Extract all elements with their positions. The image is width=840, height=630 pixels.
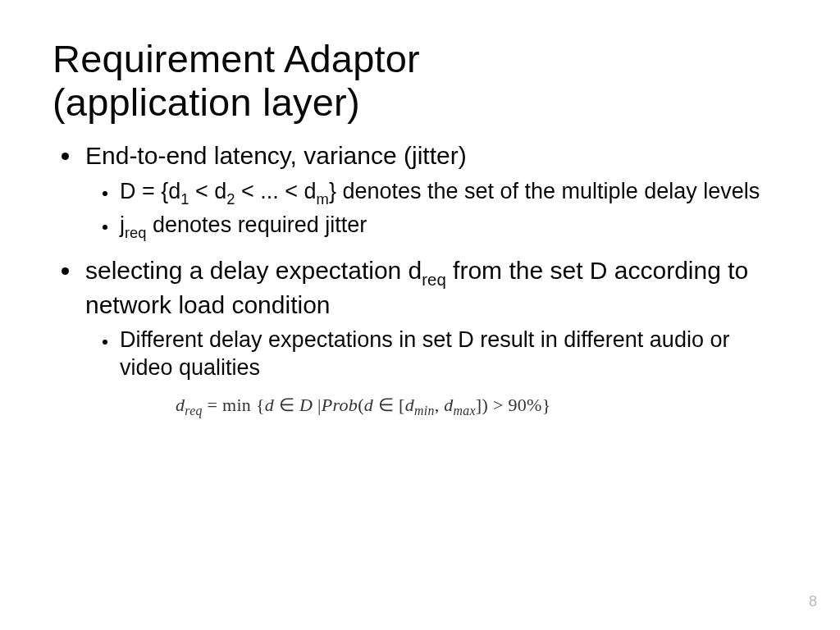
bullet-1a-seg4: } denotes the set of the multiple delay … bbox=[329, 179, 760, 203]
bullet-2-sublist: Different delay expectations in set D re… bbox=[85, 326, 788, 381]
bullet-1b: jreq denotes required jitter bbox=[118, 211, 788, 242]
bullet-list: End-to-end latency, variance (jitter) D … bbox=[52, 140, 788, 381]
bullet-1b-sub: req bbox=[125, 224, 147, 241]
eq-dmax: d bbox=[444, 395, 453, 415]
bullet-1-sublist: D = {d1 < d2 < ... < dm} denotes the set… bbox=[85, 177, 788, 242]
slide-title: Requirement Adaptor (application layer) bbox=[52, 38, 788, 124]
bullet-1: End-to-end latency, variance (jitter) D … bbox=[82, 140, 788, 241]
eq-brack-open: [ bbox=[399, 395, 405, 415]
eq-dmax-sub: max bbox=[454, 404, 476, 418]
eq-dmin: d bbox=[405, 395, 414, 415]
eq-setD: D bbox=[299, 395, 317, 415]
title-line-1: Requirement Adaptor bbox=[52, 37, 420, 80]
eq-equals: = bbox=[203, 395, 222, 415]
eq-d1: d bbox=[265, 395, 279, 415]
bullet-2a-text: Different delay expectations in set D re… bbox=[120, 327, 729, 380]
slide: Requirement Adaptor (application layer) … bbox=[0, 0, 840, 630]
eq-min: min bbox=[222, 395, 251, 415]
eq-in1: ∈ bbox=[279, 395, 299, 415]
eq-paren-open: ( bbox=[358, 395, 364, 415]
eq-d2: d bbox=[364, 395, 378, 415]
eq-in2: ∈ bbox=[378, 395, 399, 415]
eq-dreq-d: d bbox=[176, 395, 185, 415]
eq-comma: , bbox=[435, 395, 445, 415]
bullet-2a: Different delay expectations in set D re… bbox=[118, 326, 788, 381]
eq-brace-close: } bbox=[542, 395, 551, 415]
bullet-2-sub: req bbox=[422, 271, 445, 289]
bullet-2-seg1: selecting a delay expectation d bbox=[85, 257, 422, 284]
bullet-1a-seg2: < d bbox=[189, 179, 227, 203]
bullet-1a-sub3: m bbox=[317, 190, 329, 208]
eq-prob: Prob bbox=[322, 395, 358, 415]
bullet-1a: D = {d1 < d2 < ... < dm} denotes the set… bbox=[118, 177, 788, 208]
bullet-2: selecting a delay expectation dreq from … bbox=[82, 255, 788, 382]
eq-brace-open: { bbox=[251, 395, 265, 415]
eq-dreq-sub: req bbox=[185, 404, 202, 418]
bullet-1-text: End-to-end latency, variance (jitter) bbox=[85, 142, 467, 169]
bullet-1a-seg1: D = {d bbox=[120, 179, 180, 203]
eq-pct: 90% bbox=[508, 395, 541, 415]
equation: dreq = min {d ∈ D |Prob(d ∈ [dmin, dmax]… bbox=[176, 395, 788, 418]
bullet-1a-sub2: 2 bbox=[226, 190, 235, 208]
bullet-1b-seg2: denotes required jitter bbox=[147, 212, 368, 237]
bullet-1a-sub1: 1 bbox=[180, 190, 189, 208]
eq-paren-close: ) bbox=[482, 395, 488, 415]
eq-gt: > bbox=[488, 395, 508, 415]
page-number: 8 bbox=[809, 593, 817, 610]
eq-dmin-sub: min bbox=[414, 404, 435, 418]
bullet-1a-seg3: < ... < d bbox=[235, 179, 317, 203]
title-line-2: (application layer) bbox=[52, 80, 360, 124]
